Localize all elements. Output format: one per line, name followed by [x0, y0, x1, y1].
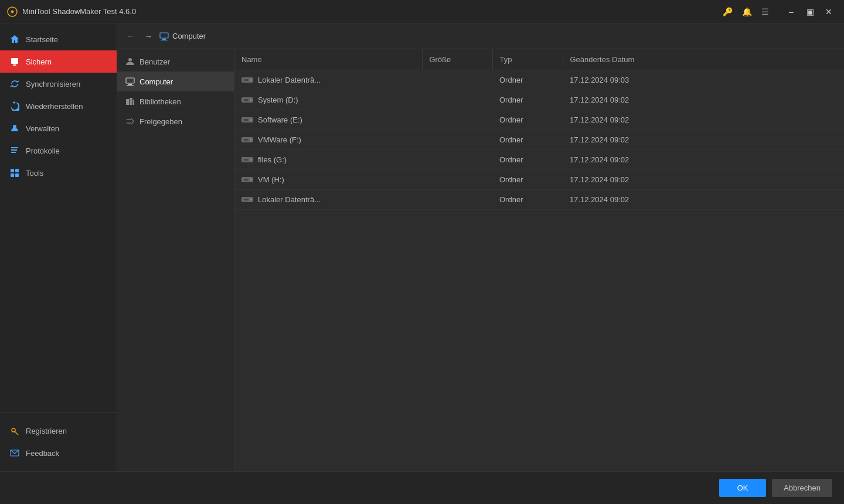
svg-line-12 [15, 432, 19, 435]
tree-item-computer[interactable]: Computer [117, 71, 234, 91]
app-body: Startseite Sichern Synchronisieren Wiede… [0, 23, 844, 471]
drive-icon [241, 196, 253, 203]
breadcrumb-bar: ← → Computer [117, 23, 844, 49]
mail-icon [9, 448, 20, 458]
svg-rect-31 [244, 119, 249, 121]
file-table: Name Größe Typ Geändertes Datum Lokaler … [234, 49, 844, 210]
tree-item-bibliotheken[interactable]: Bibliotheken [117, 91, 234, 111]
table-row[interactable]: System (D:) Ordner17.12.2024 09:02 [234, 90, 844, 110]
table-row[interactable]: VMWare (F:) Ordner17.12.2024 09:02 [234, 130, 844, 150]
sidebar-label-feedback: Feedback [26, 449, 59, 458]
svg-rect-20 [127, 85, 134, 86]
svg-point-11 [12, 428, 15, 432]
sidebar-item-synchronisieren[interactable]: Synchronisieren [0, 73, 117, 95]
window-controls: – ▣ ✕ [783, 4, 837, 20]
sidebar-label-verwalten: Verwalten [26, 124, 59, 133]
svg-point-35 [250, 139, 252, 141]
minimize-button[interactable]: – [783, 4, 799, 20]
close-button[interactable]: ✕ [821, 4, 837, 20]
svg-rect-7 [11, 169, 14, 172]
table-row[interactable]: VM (H:) Ordner17.12.2024 09:02 [234, 170, 844, 190]
bottom-bar: OK Abbrechen [0, 471, 844, 504]
file-size-4 [422, 150, 492, 170]
sidebar: Startseite Sichern Synchronisieren Wiede… [0, 23, 117, 471]
back-button[interactable]: ← [124, 30, 137, 42]
tree-pane: Benutzer Computer Bibliotheken [117, 49, 234, 471]
svg-point-41 [250, 179, 252, 181]
sidebar-item-wiederherstellen[interactable]: Wiederherstellen [0, 95, 117, 117]
computer-tree-icon [125, 77, 135, 86]
svg-point-26 [250, 79, 252, 81]
cancel-button[interactable]: Abbrechen [772, 479, 832, 497]
table-header-row: Name Größe Typ Geändertes Datum [234, 49, 844, 70]
tree-label-benutzer: Benutzer [139, 57, 170, 66]
svg-point-29 [250, 99, 252, 101]
content-area: ← → Computer Benutzer [117, 23, 844, 471]
table-row[interactable]: Lokaler Datenträ... Ordner17.12.2024 09:… [234, 70, 844, 90]
title-bar-left: MiniTool ShadowMaker Test 4.6.0 [7, 6, 136, 17]
tree-item-benutzer[interactable]: Benutzer [117, 52, 234, 71]
sidebar-item-tools[interactable]: Tools [0, 162, 117, 184]
key-icon[interactable]: 🔑 [723, 7, 733, 16]
menu-icon[interactable]: ☰ [761, 7, 769, 16]
file-name-cell-1: System (D:) [234, 90, 422, 110]
svg-rect-4 [11, 147, 18, 148]
file-type-0: Ordner [492, 70, 563, 90]
file-list-pane: Name Größe Typ Geändertes Datum Lokaler … [234, 49, 844, 471]
svg-rect-2 [13, 64, 16, 66]
table-row[interactable]: files (G:) Ordner17.12.2024 09:02 [234, 150, 844, 170]
sidebar-item-sichern[interactable]: Sichern [0, 50, 117, 73]
maximize-button[interactable]: ▣ [802, 4, 818, 20]
notification-icon[interactable]: 🔔 [742, 7, 752, 16]
file-type-5: Ordner [492, 170, 563, 190]
drive-icon [241, 156, 253, 164]
table-row[interactable]: Software (E:) Ordner17.12.2024 09:02 [234, 110, 844, 130]
forward-button[interactable]: → [142, 30, 155, 42]
file-date-3: 17.12.2024 09:02 [563, 130, 844, 150]
file-date-6: 17.12.2024 09:02 [563, 190, 844, 210]
tree-item-freigegeben[interactable]: Freigegeben [117, 111, 234, 131]
svg-rect-43 [244, 199, 249, 200]
sidebar-item-registrieren[interactable]: Registrieren [0, 420, 117, 442]
svg-rect-19 [128, 84, 132, 85]
svg-rect-40 [244, 179, 249, 181]
ok-button[interactable]: OK [719, 479, 766, 497]
col-name[interactable]: Name [234, 49, 422, 70]
file-size-1 [422, 90, 492, 110]
svg-rect-37 [244, 159, 249, 161]
file-browser: Benutzer Computer Bibliotheken [117, 49, 844, 471]
sidebar-item-feedback[interactable]: Feedback [0, 442, 117, 464]
svg-rect-9 [11, 173, 14, 177]
col-size[interactable]: Größe [422, 49, 492, 70]
user-tree-icon [125, 57, 135, 66]
file-name-cell-4: files (G:) [234, 150, 422, 170]
col-date[interactable]: Geändertes Datum [563, 49, 844, 70]
restore-icon [9, 101, 20, 111]
svg-point-17 [128, 58, 132, 62]
drive-icon [241, 136, 253, 144]
sidebar-item-startseite[interactable]: Startseite [0, 28, 117, 50]
col-type[interactable]: Typ [492, 49, 563, 70]
svg-rect-18 [126, 78, 134, 83]
svg-point-32 [250, 119, 252, 121]
svg-rect-16 [161, 40, 168, 40]
breadcrumb-label: Computer [172, 32, 206, 40]
file-type-3: Ordner [492, 130, 563, 150]
file-type-6: Ordner [492, 190, 563, 210]
sidebar-item-protokolle[interactable]: Protokolle [0, 139, 117, 162]
tree-label-freigegeben: Freigegeben [139, 117, 182, 126]
svg-rect-1 [11, 58, 18, 64]
library-tree-icon [125, 97, 135, 106]
file-date-1: 17.12.2024 09:02 [563, 90, 844, 110]
drive-icon [241, 96, 253, 104]
svg-rect-28 [244, 99, 249, 101]
tree-label-bibliotheken: Bibliotheken [139, 97, 181, 106]
svg-rect-10 [15, 173, 19, 177]
file-name-cell-2: Software (E:) [234, 110, 422, 130]
sidebar-item-verwalten[interactable]: Verwalten [0, 117, 117, 139]
breadcrumb: Computer [159, 32, 206, 40]
file-date-0: 17.12.2024 09:03 [563, 70, 844, 90]
app-title: MiniTool ShadowMaker Test 4.6.0 [22, 7, 136, 16]
table-row[interactable]: Lokaler Datenträ... Ordner17.12.2024 09:… [234, 190, 844, 210]
tree-label-computer: Computer [139, 77, 173, 86]
